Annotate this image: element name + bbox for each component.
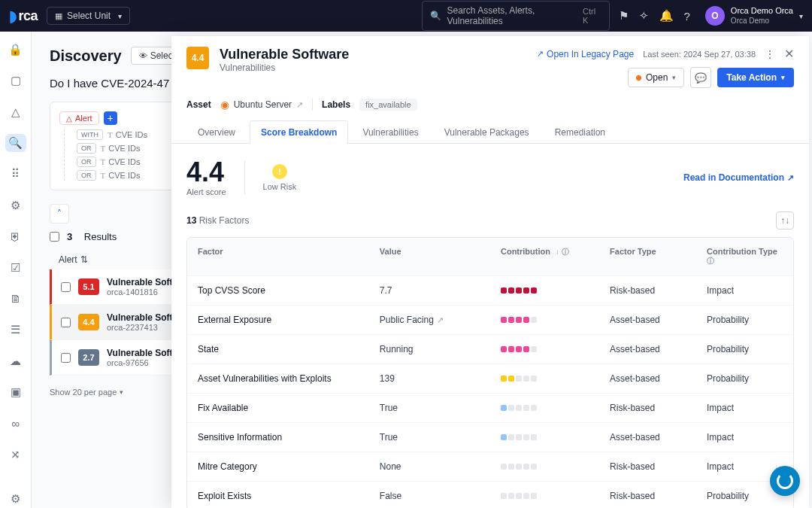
- cell-contribution: [490, 484, 599, 508]
- row-checkbox[interactable]: [61, 353, 71, 363]
- label-chip[interactable]: fix_available: [359, 99, 417, 111]
- bell-icon[interactable]: 🔔: [659, 9, 674, 23]
- infinity-icon[interactable]: ∞: [5, 415, 26, 432]
- conj-or[interactable]: OR: [77, 170, 96, 181]
- shuffle-icon[interactable]: ⤨: [5, 446, 26, 463]
- tab-vulnerabilities[interactable]: Vulnerabilities: [351, 120, 429, 144]
- conj-or[interactable]: OR: [77, 157, 96, 167]
- cell-contribution-type: Probability: [696, 335, 793, 364]
- detail-subtitle: Vulnerabilities: [220, 62, 349, 73]
- table-row[interactable]: Fix Available True Risk-based Impact: [187, 393, 793, 422]
- cell-contribution: [490, 455, 599, 479]
- score-badge: 2.7: [78, 349, 99, 366]
- alerts-icon[interactable]: △: [5, 103, 26, 120]
- avatar: O: [705, 6, 725, 26]
- risk-factor-count: 13 Risk Factors: [186, 215, 249, 226]
- documentation-link[interactable]: Read in Documentation: [683, 172, 794, 183]
- sort-icon: ⇅: [80, 254, 88, 265]
- th-contribution[interactable]: Contribution ↓ ⓘ: [490, 238, 599, 275]
- tab-score-breakdown[interactable]: Score Breakdown: [250, 120, 348, 144]
- th-value[interactable]: Value: [369, 238, 490, 275]
- search-placeholder: Search Assets, Alerts, Vulnerabilities: [447, 5, 577, 26]
- graph-icon[interactable]: ⠿: [5, 166, 26, 183]
- help-fab-button[interactable]: [770, 466, 800, 496]
- lock-icon[interactable]: 🔒: [5, 41, 26, 58]
- alert-chip[interactable]: Alert: [59, 111, 99, 125]
- cell-contribution-type: Probability: [696, 306, 793, 334]
- th-contribution-type[interactable]: Contribution Type ⓘ: [696, 238, 793, 275]
- user-menu[interactable]: O Orca Demo Orca Orca Demo ▾: [705, 6, 803, 26]
- cell-contribution: [490, 367, 599, 391]
- close-icon[interactable]: ✕: [784, 47, 794, 61]
- cell-factor-type: Asset-based: [599, 306, 696, 334]
- external-link-icon[interactable]: ↗: [296, 100, 303, 110]
- cell-factor-type: Asset-based: [599, 364, 696, 393]
- row-checkbox[interactable]: [61, 318, 71, 327]
- cell-factor-type: Asset-based: [599, 335, 696, 364]
- add-condition-button[interactable]: +: [104, 111, 117, 125]
- apps-icon[interactable]: ▣: [5, 383, 26, 400]
- field-cve[interactable]: CVE IDs: [108, 130, 147, 139]
- row-checkbox[interactable]: [61, 282, 71, 292]
- sort-desc-icon: ↓ ⓘ: [553, 248, 569, 256]
- score-badge: 4.4: [78, 314, 99, 330]
- field-cve[interactable]: CVE IDs: [101, 171, 141, 180]
- tab-vulnerable-packages[interactable]: Vulnerable Packages: [433, 120, 541, 144]
- status-dropdown[interactable]: Open: [628, 68, 684, 87]
- left-nav-rail: 🔒 ▢ △ 🔍 ⠿ ⚙ ⛨ ☑ 🗎 ☰ ☁ ▣ ∞ ⤨ ⚙: [0, 32, 32, 508]
- cell-contribution: [490, 425, 599, 449]
- collapse-toggle[interactable]: ˄: [50, 204, 69, 224]
- kebab-menu-icon[interactable]: ⋮: [765, 48, 775, 60]
- cloud-icon[interactable]: ☁: [5, 352, 26, 370]
- cell-contribution-type: Impact: [696, 276, 793, 305]
- th-factor[interactable]: Factor: [187, 238, 369, 275]
- cell-factor: State: [187, 335, 369, 364]
- unit-select-button[interactable]: Select Unit: [47, 7, 130, 25]
- settings-icon[interactable]: ⚙: [5, 491, 26, 508]
- report-icon[interactable]: 🗎: [5, 290, 26, 307]
- cell-factor: Mitre Category: [187, 452, 369, 481]
- table-row[interactable]: Top CVSS Score 7.7 Risk-based Impact: [187, 275, 793, 305]
- help-icon[interactable]: ?: [684, 10, 690, 23]
- tab-remediation[interactable]: Remediation: [544, 120, 617, 144]
- conj-or[interactable]: OR: [77, 143, 96, 154]
- discovery-icon[interactable]: 🔍: [5, 134, 26, 151]
- cell-factor-type: Risk-based: [599, 276, 696, 305]
- detail-title: Vulnerable Software: [220, 47, 349, 62]
- sort-button[interactable]: ↑↓: [776, 211, 794, 230]
- table-header: Factor Value Contribution ↓ ⓘ Factor Typ…: [187, 238, 793, 275]
- score-badge: 4.4: [186, 47, 209, 69]
- labels-label: Labels: [322, 99, 350, 110]
- open-legacy-link[interactable]: Open In Legacy Page: [537, 49, 634, 59]
- field-cve[interactable]: CVE IDs: [101, 157, 141, 166]
- user-org: Orca Demo: [731, 17, 793, 26]
- shield-icon[interactable]: ⛨: [5, 227, 26, 245]
- select-all-checkbox[interactable]: [50, 232, 59, 242]
- dashboard-icon[interactable]: ▢: [5, 71, 26, 89]
- table-row[interactable]: Asset Vulnerabilities with Exploits 139 …: [187, 364, 793, 393]
- alert-score-value: 4.4: [186, 159, 224, 186]
- cell-value: True: [369, 394, 490, 422]
- cell-value: Public Facing↗: [369, 306, 490, 334]
- conj-with[interactable]: WITH: [77, 129, 103, 140]
- compliance-icon[interactable]: ☑: [5, 259, 26, 276]
- th-factor-type[interactable]: Factor Type: [599, 238, 696, 275]
- table-row[interactable]: State Running Asset-based Probability: [187, 334, 793, 364]
- database-icon[interactable]: ☰: [5, 321, 26, 339]
- cell-value: 7.7: [369, 276, 490, 305]
- tab-overview[interactable]: Overview: [186, 120, 247, 144]
- take-action-button[interactable]: Take Action: [717, 68, 794, 87]
- global-search-input[interactable]: 🔍 Search Assets, Alerts, Vulnerabilities…: [422, 1, 610, 31]
- comment-button[interactable]: 💬: [690, 67, 711, 88]
- announce-icon[interactable]: ✧: [639, 9, 649, 23]
- asset-link[interactable]: ◉ Ubuntu Server ↗: [220, 99, 303, 111]
- field-cve[interactable]: CVE IDs: [101, 144, 141, 153]
- flag-icon[interactable]: ⚑: [619, 9, 629, 23]
- table-row[interactable]: Mitre Category None Risk-based Impact: [187, 452, 793, 481]
- table-row[interactable]: Sensitive Information True Asset-based I…: [187, 422, 793, 452]
- table-row[interactable]: External Exposure Public Facing↗ Asset-b…: [187, 305, 793, 334]
- table-row[interactable]: Exploit Exists False Risk-based Probabil…: [187, 481, 793, 508]
- topbar-icon-group: ⚑ ✧ 🔔 ?: [619, 9, 690, 23]
- gear-icon[interactable]: ⚙: [5, 196, 26, 214]
- cell-value: False: [369, 482, 490, 508]
